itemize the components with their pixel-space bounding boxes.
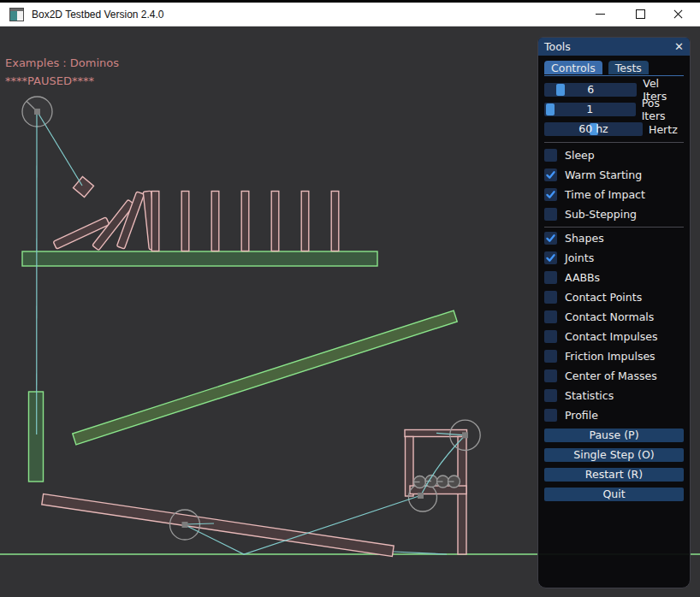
os-titlebar: Box2D Testbed Version 2.4.0 [0,3,700,27]
sleep-checkbox[interactable] [544,149,557,162]
checkbox-label: Joints [565,251,594,264]
slider-row-vel-iters: 6 Vel Iters [544,83,684,97]
checkbox-label: Sleep [565,149,595,162]
checkbox-row-profile[interactable]: Profile [544,408,684,422]
separator [544,227,684,228]
restart-button[interactable]: Restart (R) [544,468,684,482]
example-name-label: Examples : Dominos [5,56,119,69]
checkbox-row-aabbs[interactable]: AABBs [544,270,684,284]
center-of-masses-checkbox[interactable] [544,369,557,382]
tools-tabbar: Controls Tests [544,61,684,76]
tools-close-button[interactable]: ✕ [674,41,684,52]
shapes-checkbox[interactable] [544,232,557,245]
checkbox-label: Contact Points [565,291,642,304]
pos-iters-label: Pos Iters [642,97,684,122]
checkbox-label: Time of Impact [565,188,645,201]
tools-panel-title: Tools [544,40,674,53]
slider-row-hertz: 60 hz Hertz [544,122,684,136]
checkbox-label: Contact Normals [565,310,654,323]
checkbox-label: Shapes [565,232,604,245]
checkbox-row-friction-impulses[interactable]: Friction Impulses [544,349,684,363]
pos-iters-value: 1 [544,103,636,116]
minimize-button[interactable] [585,3,614,26]
checkbox-row-contact-impulses[interactable]: Contact Impulses [544,329,684,343]
friction-impulses-checkbox[interactable] [544,350,557,363]
pause-button[interactable]: Pause (P) [544,429,684,442]
maximize-icon [636,9,645,19]
checkbox-row-statistics[interactable]: Statistics [544,388,684,402]
vel-iters-slider[interactable]: 6 [544,83,637,97]
checkbox-label: Sub-Stepping [565,208,637,221]
contact-impulses-checkbox[interactable] [544,330,557,343]
time-of-impact-checkbox[interactable] [544,188,557,201]
window-title: Box2D Testbed Version 2.4.0 [32,9,164,21]
check-icon [545,252,556,263]
checkbox-row-joints[interactable]: Joints [544,251,684,264]
checkbox-label: AABBs [565,271,600,284]
aabbs-checkbox[interactable] [544,271,557,284]
checkbox-row-sleep[interactable]: Sleep [544,148,684,162]
checkbox-row-sub-stepping[interactable]: Sub-Stepping [544,207,684,221]
checkbox-label: Center of Masses [565,369,657,382]
close-icon [673,9,683,19]
paused-label: ****PAUSED**** [5,74,94,87]
tools-panel: Tools ✕ Controls Tests 6 Vel Iters [537,37,691,588]
check-icon [545,169,556,180]
checkbox-row-contact-normals[interactable]: Contact Normals [544,310,684,323]
tools-panel-titlebar[interactable]: Tools ✕ [538,38,690,56]
joints-checkbox[interactable] [544,251,557,264]
slider-row-pos-iters: 1 Pos Iters [544,103,684,116]
checkbox-label: Profile [565,409,598,422]
pos-iters-slider[interactable]: 1 [544,103,636,116]
tab-tests[interactable]: Tests [608,61,649,74]
single-step-button[interactable]: Single Step (O) [544,448,684,462]
check-icon [545,189,556,200]
checkbox-row-time-of-impact[interactable]: Time of Impact [544,187,684,201]
checkbox-label: Warm Starting [565,168,642,181]
checkbox-label: Statistics [565,389,614,402]
checkbox-row-contact-points[interactable]: Contact Points [544,290,684,304]
hertz-label: Hertz [649,123,678,136]
contact-normals-checkbox[interactable] [544,310,557,323]
sub-stepping-checkbox[interactable] [544,208,557,221]
close-window-button[interactable] [663,3,692,26]
hertz-slider[interactable]: 60 hz [544,122,643,136]
checkbox-row-center-of-masses[interactable]: Center of Masses [544,369,684,382]
vel-iters-value: 6 [544,83,637,97]
hertz-value: 60 hz [544,122,643,136]
checkbox-row-shapes[interactable]: Shapes [544,231,684,245]
statistics-checkbox[interactable] [544,389,557,402]
checkbox-label: Friction Impulses [565,350,656,363]
check-icon [545,233,556,244]
tab-controls[interactable]: Controls [544,61,602,74]
minimize-icon [596,14,605,15]
quit-button[interactable]: Quit [544,488,684,501]
checkbox-row-warm-starting[interactable]: Warm Starting [544,168,684,181]
separator [544,142,684,143]
app-window: Box2D Testbed Version 2.4.0 Examples : D… [0,0,700,597]
profile-checkbox[interactable] [544,409,557,422]
maximize-button[interactable] [626,3,655,26]
contact-points-checkbox[interactable] [544,291,557,304]
warm-starting-checkbox[interactable] [544,168,557,181]
checkbox-label: Contact Impulses [565,330,658,343]
app-icon [9,8,24,21]
